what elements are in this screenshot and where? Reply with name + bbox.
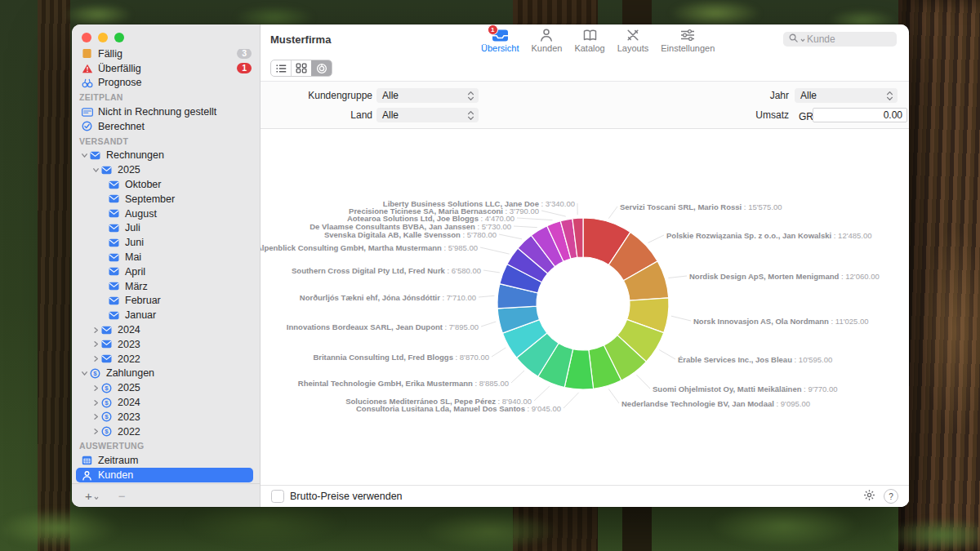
leader-line: [499, 234, 522, 239]
leader-line: [608, 389, 619, 403]
sidebar-item-2025[interactable]: $2025: [72, 380, 260, 395]
remove-button[interactable]: −: [118, 489, 126, 503]
sidebar-item-august[interactable]: August: [72, 207, 260, 221]
umsatz-currency: GR: [799, 111, 813, 122]
toolbar-item-kunden[interactable]: Kunden: [531, 27, 562, 53]
svg-text:$: $: [105, 414, 109, 421]
search-field[interactable]: Kunde: [783, 32, 897, 47]
sidebar-item-2022[interactable]: $2022: [72, 424, 260, 439]
sidebar-item-april[interactable]: April: [72, 264, 260, 279]
sidebar-item-ueberfaellig[interactable]: Überfällig1: [72, 61, 260, 76]
book-icon: [582, 27, 598, 42]
sidebar-item-2025[interactable]: 2025: [72, 162, 260, 177]
leader-line: [564, 393, 579, 408]
zoom-button[interactable]: [114, 33, 124, 42]
leader-line: [648, 235, 664, 242]
toolbar-item-uebersicht[interactable]: 1Übersicht: [481, 27, 519, 53]
gear-icon[interactable]: [863, 489, 875, 504]
envelope-icon: [109, 209, 122, 218]
toolbar-item-katalog[interactable]: Katalog: [574, 27, 604, 53]
sidebar-item-2024[interactable]: $2024: [72, 395, 260, 410]
person-outline-icon: [539, 27, 554, 42]
dollar-circle-icon: $: [101, 426, 115, 437]
envelope-icon: [109, 253, 122, 262]
sidebar-item-2024[interactable]: 2024: [72, 322, 260, 337]
sidebar-item-juli[interactable]: Juli: [72, 221, 260, 236]
envelope-icon: [109, 267, 122, 276]
brutto-checkbox-label: Brutto-Preise verwenden: [290, 491, 403, 502]
sidebar-item-nicht-in-rechnung-gestellt[interactable]: Nicht in Rechnung gestellt: [72, 104, 260, 119]
view-list-button[interactable]: [271, 60, 291, 76]
help-button[interactable]: ?: [884, 489, 898, 504]
envelope-icon: [109, 282, 122, 291]
chevron-right-icon[interactable]: [91, 413, 101, 420]
envelope-icon: [101, 166, 115, 175]
chart-label: Southern Cross Digital Pty Ltd, Fred Nur…: [292, 266, 481, 275]
leader-line: [480, 247, 510, 254]
sidebar-item-rechnungen[interactable]: Rechnungen: [72, 149, 260, 163]
badge: 3: [237, 49, 252, 59]
chevron-down-icon[interactable]: [79, 370, 90, 377]
leader-line: [483, 270, 500, 273]
chevron-right-icon[interactable]: [91, 384, 101, 392]
sidebar-item-juni[interactable]: Juni: [72, 235, 260, 250]
sidebar-list: Fällig3Überfällig1PrognoseZEITPLANNicht …: [72, 49, 260, 484]
land-popup[interactable]: Alle: [376, 108, 479, 122]
jahr-popup[interactable]: Alle: [795, 88, 898, 103]
view-grid-button[interactable]: [291, 60, 311, 76]
leader-line: [517, 218, 553, 220]
sidebar-item-zeitraum[interactable]: Zeitraum: [72, 453, 260, 468]
tray-icon: 1: [492, 27, 509, 42]
chevron-down-icon[interactable]: [79, 152, 90, 159]
sidebar-item-mai[interactable]: Mai: [72, 250, 260, 264]
add-button[interactable]: +: [85, 489, 99, 503]
filter-bar: Kundengruppe Alle Land Alle Jahr Alle Um…: [261, 81, 909, 129]
brutto-checkbox[interactable]: [271, 490, 284, 503]
sidebar-item-berechnet[interactable]: Berechnet: [72, 119, 260, 134]
chart-label: Suomi Ohjelmistot Oy, Matti Meikäläinen …: [653, 384, 838, 393]
close-button[interactable]: [82, 33, 91, 42]
toolbar-item-layouts[interactable]: Layouts: [617, 27, 649, 53]
sidebar-item-2023[interactable]: 2023: [72, 337, 260, 352]
envelope-icon: [109, 224, 122, 233]
chart-label: Britannia Consulting Ltd, Fred Bloggs : …: [313, 353, 489, 362]
sidebar-item-prognose[interactable]: Prognose: [72, 76, 260, 91]
toolbar-item-einstellungen[interactable]: Einstellungen: [661, 27, 715, 53]
sidebar-item-maerz[interactable]: März: [72, 279, 260, 294]
leader-line: [608, 207, 617, 219]
chevron-down-icon: [94, 489, 99, 503]
chevron-right-icon[interactable]: [91, 327, 101, 334]
minimize-button[interactable]: [98, 33, 108, 42]
kundengruppe-popup[interactable]: Alle: [376, 88, 479, 103]
stepper-icon: [467, 110, 474, 121]
svg-text:$: $: [93, 370, 97, 377]
sidebar-item-januar[interactable]: Januar: [72, 308, 260, 322]
view-switcher: [270, 60, 332, 77]
chevron-right-icon[interactable]: [91, 399, 101, 407]
umsatz-input[interactable]: 0.00: [813, 108, 907, 122]
chart-label: Nederlandse Technologie BV, Jan Modaal :…: [621, 399, 810, 408]
sidebar-item-oktober[interactable]: Oktober: [72, 177, 260, 192]
sidebar-item-februar[interactable]: Februar: [72, 294, 260, 309]
chevron-down-icon[interactable]: [91, 167, 101, 174]
leader-line: [534, 386, 550, 401]
view-donut-button[interactable]: [311, 60, 332, 76]
chart-label: Rheintal Technologie GmbH, Erika Musterm…: [298, 379, 509, 388]
sidebar-item-2022[interactable]: 2022: [72, 352, 260, 367]
chevron-right-icon[interactable]: [91, 428, 101, 435]
kundengruppe-label: Kundengruppe: [261, 90, 372, 101]
chevron-right-icon[interactable]: [91, 340, 101, 348]
chart-label: Norðurljós Tækni ehf, Jóna Jónsdóttir : …: [300, 293, 476, 302]
sidebar-section-zeitplan: ZEITPLAN: [72, 90, 260, 104]
tree-trunk: [38, 0, 70, 551]
sidebar-item-september[interactable]: September: [72, 192, 260, 207]
chart-label: Liberty Business Solutions LLC, Jane Doe…: [383, 199, 575, 208]
sidebar-item-2023[interactable]: $2023: [72, 410, 260, 424]
svg-text:$: $: [105, 399, 109, 407]
sidebar-item-faellig[interactable]: Fällig3: [72, 49, 260, 61]
sidebar-item-zahlungen[interactable]: $Zahlungen: [72, 367, 260, 381]
leader-line: [481, 322, 496, 327]
land-label: Land: [261, 109, 372, 121]
sidebar-item-kunden[interactable]: Kunden: [76, 468, 253, 482]
chevron-right-icon[interactable]: [91, 355, 101, 362]
